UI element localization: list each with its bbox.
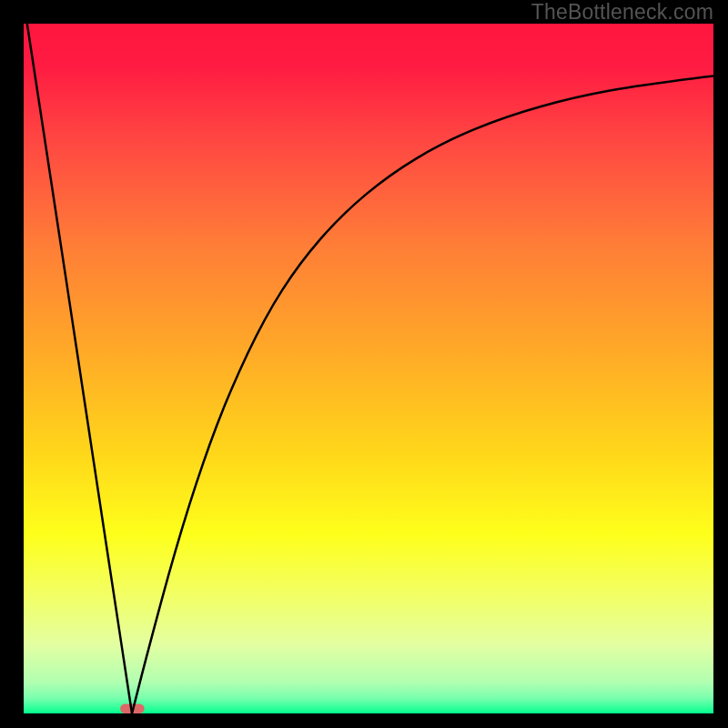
watermark-label: TheBottleneck.com bbox=[531, 0, 713, 25]
chart-frame: TheBottleneck.com bbox=[0, 0, 728, 728]
bottleneck-chart bbox=[24, 24, 713, 713]
background-gradient bbox=[24, 24, 713, 713]
